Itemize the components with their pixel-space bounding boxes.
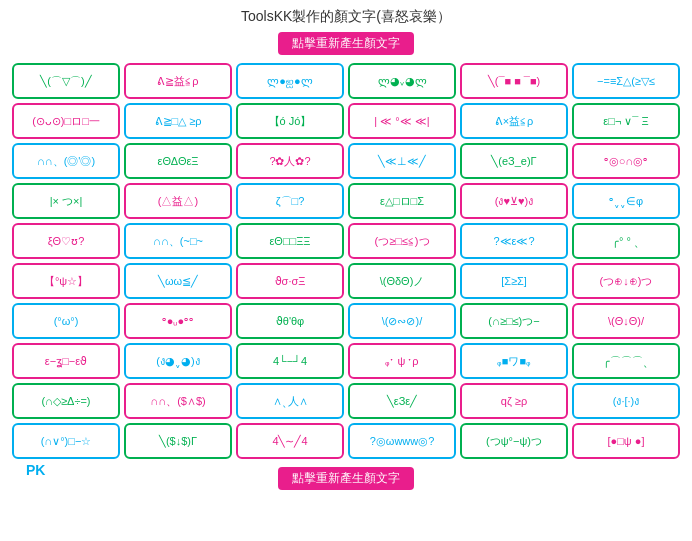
face-cell-2[interactable]: ლ●ஐ●ლ [236,63,344,99]
face-cell-57[interactable]: ?◎ωwww◎? [348,423,456,459]
face-cell-33[interactable]: \(ΘδΘ)ノ [348,263,456,299]
face-cell-51[interactable]: ╲εЗε╱ [348,383,456,419]
face-cell-23[interactable]: ᵒˬˬ∈φ [572,183,680,219]
face-cell-11[interactable]: ε□¬ ∨¯ Ξ [572,103,680,139]
face-cell-22[interactable]: (ง♥⊻♥)ง [460,183,568,219]
face-cell-45[interactable]: ᵩˑ ψ ˑρ [348,343,456,379]
face-cell-7[interactable]: ᕕ≧□△ ≥ρ [124,103,232,139]
face-cell-19[interactable]: (△益△) [124,183,232,219]
face-cell-41[interactable]: \(Θ↓Θ)/ [572,303,680,339]
regen-button-top[interactable]: 點擊重新產生顏文字 [278,32,414,55]
face-cell-32[interactable]: ϑσ·σΞ [236,263,344,299]
face-cell-30[interactable]: 【°ψ☆】 [12,263,120,299]
face-cell-21[interactable]: ε△□ロ□Σ [348,183,456,219]
face-cell-12[interactable]: ∩∩、(◎'◎) [12,143,120,179]
face-cell-10[interactable]: ᕕ×益≦ρ [460,103,568,139]
face-cell-37[interactable]: ᵒ●ᵤ●ᵒᵒ [124,303,232,339]
face-cell-5[interactable]: −=≡Σ△(≥▽≤ [572,63,680,99]
face-cell-24[interactable]: ξΘ♡ʊ? [12,223,120,259]
regen-button-bottom[interactable]: 點擊重新產生顏文字 [278,467,414,490]
face-cell-17[interactable]: ᵒ◎○∩◎ᵒ [572,143,680,179]
face-cell-15[interactable]: ╲≪⊥≪╱ [348,143,456,179]
face-cell-14[interactable]: ?✿人✿? [236,143,344,179]
face-cell-8[interactable]: 【ó Jó】 [236,103,344,139]
face-cell-54[interactable]: (∩∨°)□−☆ [12,423,120,459]
face-cell-29[interactable]: ╭° ° ˎ [572,223,680,259]
face-cell-38[interactable]: ϑθ'θφ [236,303,344,339]
face-cell-55[interactable]: ╲($↓$)Γ [124,423,232,459]
face-cell-4[interactable]: ╲(¯■ ■ ¯■) [460,63,568,99]
face-cell-58[interactable]: (つψ°−ψ)つ [460,423,568,459]
page-title: ToolsKK製作的顏文字(喜怒哀樂） [8,8,684,26]
face-cell-56[interactable]: 4╲∼╱4 [236,423,344,459]
face-cell-52[interactable]: qζ ≥ρ [460,383,568,419]
face-cell-20[interactable]: ζ⌒□? [236,183,344,219]
face-cell-25[interactable]: ∩∩、(~□~ [124,223,232,259]
face-cell-47[interactable]: ╭⌒⌒⌒ˎ [572,343,680,379]
face-cell-50[interactable]: ∧ˎ人∧ [236,383,344,419]
face-cell-36[interactable]: (°ω°) [12,303,120,339]
face-cell-39[interactable]: \(⊘∾⊘)/ [348,303,456,339]
face-cell-46[interactable]: ᵩ■ワ■ᵩ [460,343,568,379]
face-cell-53[interactable]: (ง·[·)ง [572,383,680,419]
face-cell-1[interactable]: ᕕ≧益≦ρ [124,63,232,99]
pk-label: PK [26,462,45,478]
face-cell-44[interactable]: 4└−┘4 [236,343,344,379]
face-cell-27[interactable]: (つ≥□≤≦)つ [348,223,456,259]
face-cell-26[interactable]: εΘ□□ΞΞ [236,223,344,259]
face-cell-42[interactable]: ε−ʓ□−εϑ [12,343,120,379]
face-cell-59[interactable]: [●□ψ ●] [572,423,680,459]
face-cell-43[interactable]: (ง◕ˬ◕)ง [124,343,232,379]
face-cell-18[interactable]: |× つ×| [12,183,120,219]
faces-grid: ╲(⌒▽⌒)╱ᕕ≧益≦ρლ●ஐ●ლლ◕ᵥ◕ლ╲(¯■ ■ ¯■)−=≡Σ△(≥▽… [8,63,684,459]
face-cell-9[interactable]: | ≪ °≪ ≪| [348,103,456,139]
face-cell-31[interactable]: ╲ωω≦╱ [124,263,232,299]
face-cell-16[interactable]: ╲(еЗ_е)Γ [460,143,568,179]
face-cell-3[interactable]: ლ◕ᵥ◕ლ [348,63,456,99]
face-cell-6[interactable]: (⊙ᴗ⊙)□ロ□一 [12,103,120,139]
face-cell-28[interactable]: ?≪ε≪? [460,223,568,259]
face-cell-49[interactable]: ∩∩、($∧$) [124,383,232,419]
face-cell-34[interactable]: [Σ≥Σ] [460,263,568,299]
face-cell-13[interactable]: εΘΔΘεΞ [124,143,232,179]
face-cell-0[interactable]: ╲(⌒▽⌒)╱ [12,63,120,99]
face-cell-40[interactable]: (∩≥□≤)つ− [460,303,568,339]
face-cell-35[interactable]: (つ⊕↓⊕)つ [572,263,680,299]
face-cell-48[interactable]: (∩◇≥Δ÷=) [12,383,120,419]
